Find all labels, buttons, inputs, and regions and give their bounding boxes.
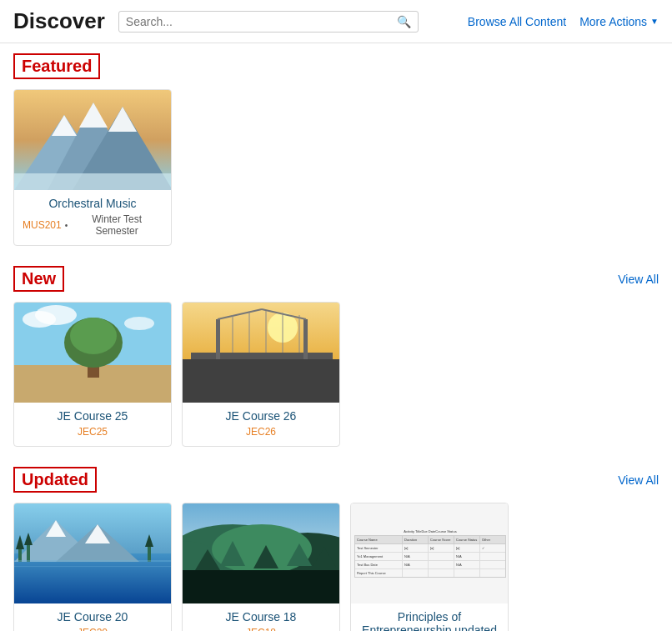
updated-section: Updated View All <box>13 467 659 631</box>
chevron-down-icon: ▼ <box>650 17 659 26</box>
card-image-principles: Activity TitleDue DateCourse Status Cour… <box>351 503 509 603</box>
card-semester-orchestral-music: Winter Test Semester <box>71 213 163 237</box>
card-title-orchestral-music: Orchestral Music <box>23 197 163 210</box>
card-je-course-25[interactable]: JE Course 25 JEC25 <box>13 302 172 447</box>
svg-rect-37 <box>27 543 30 562</box>
card-image-je18 <box>183 503 340 603</box>
featured-section-header: Featured <box>13 53 659 79</box>
lake-image <box>14 503 172 603</box>
card-code-je25: JEC25 <box>78 426 108 438</box>
search-input[interactable] <box>126 15 397 28</box>
card-je-course-20[interactable]: JE Course 20 JEC20 <box>13 503 172 631</box>
card-info-je18: JE Course 18 JEC18 <box>183 603 339 631</box>
updated-cards-row: JE Course 20 JEC20 <box>13 503 659 631</box>
featured-title: Featured <box>13 53 100 79</box>
card-title-je18: JE Course 18 <box>191 610 331 623</box>
card-image-orchestral-music <box>14 90 172 190</box>
search-bar[interactable]: 🔍 <box>118 11 419 33</box>
meta-dot: • <box>65 221 68 230</box>
svg-rect-7 <box>14 173 172 190</box>
card-info-je20: JE Course 20 JEC20 <box>14 603 171 631</box>
card-code-je20: JEC20 <box>78 627 108 631</box>
main-content: Featured <box>0 43 672 631</box>
svg-rect-41 <box>14 560 172 562</box>
card-code-je18: JEC18 <box>246 627 276 631</box>
svg-point-12 <box>70 318 117 354</box>
card-orchestral-music[interactable]: Orchestral Music MUS201 • Winter Test Se… <box>13 89 172 246</box>
bridge-image <box>183 303 340 403</box>
card-code-orchestral-music: MUS201 <box>23 219 62 231</box>
featured-cards-row: Orchestral Music MUS201 • Winter Test Se… <box>13 89 659 246</box>
card-meta-je18: JEC18 <box>191 627 331 631</box>
svg-rect-20 <box>303 319 308 359</box>
card-meta-je26: JEC26 <box>191 426 331 438</box>
card-je-course-26[interactable]: JE Course 26 JEC26 <box>182 302 340 447</box>
card-info-je26: JE Course 26 JEC26 <box>183 403 339 446</box>
new-cards-row: JE Course 25 JEC25 <box>13 302 659 447</box>
page-header: Discover 🔍 Browse All Content More Actio… <box>0 0 672 43</box>
tree-image <box>14 303 172 403</box>
search-icon: 🔍 <box>397 15 411 28</box>
svg-rect-18 <box>191 353 333 359</box>
card-je-course-18[interactable]: JE Course 18 JEC18 <box>182 503 340 631</box>
updated-view-all-link[interactable]: View All <box>618 473 659 487</box>
card-title-je25: JE Course 25 <box>23 409 163 423</box>
svg-point-15 <box>124 317 154 330</box>
svg-rect-39 <box>148 545 151 562</box>
svg-rect-19 <box>216 319 220 359</box>
card-meta-je20: JEC20 <box>23 627 163 631</box>
svg-point-14 <box>35 305 77 325</box>
svg-rect-42 <box>14 566 172 567</box>
card-info-je25: JE Course 25 JEC25 <box>14 403 171 446</box>
card-principles-entrepreneurship[interactable]: Activity TitleDue DateCourse Status Cour… <box>350 503 509 631</box>
new-section: New View All <box>13 266 659 447</box>
more-actions-button[interactable]: More Actions ▼ <box>579 15 659 28</box>
updated-title: Updated <box>13 467 97 493</box>
card-info-orchestral-music: Orchestral Music MUS201 • Winter Test Se… <box>14 190 171 245</box>
new-section-header: New View All <box>13 266 659 292</box>
card-title-principles: Principles of Entrepreneurship updated <box>359 610 499 631</box>
card-code-je26: JEC26 <box>246 426 276 438</box>
new-title: New <box>13 266 64 292</box>
card-image-je26 <box>183 303 340 403</box>
svg-rect-28 <box>183 359 340 403</box>
card-meta-orchestral-music: MUS201 • Winter Test Semester <box>23 213 163 237</box>
card-title-je26: JE Course 26 <box>191 409 331 423</box>
card-info-principles: Principles of Entrepreneurship updated A… <box>351 603 508 631</box>
card-meta-je25: JEC25 <box>23 426 163 438</box>
mountain-image <box>14 90 172 190</box>
page-title: Discover <box>13 8 105 34</box>
table-screenshot: Activity TitleDue DateCourse Status Cour… <box>351 503 509 603</box>
new-view-all-link[interactable]: View All <box>618 273 659 286</box>
card-title-je20: JE Course 20 <box>23 610 163 623</box>
card-image-je20 <box>14 503 172 603</box>
updated-section-header: Updated View All <box>13 467 659 493</box>
forest-image <box>183 503 340 603</box>
featured-section: Featured <box>13 53 659 246</box>
svg-rect-53 <box>183 570 340 603</box>
card-image-je25 <box>14 303 172 403</box>
browse-all-link[interactable]: Browse All Content <box>468 15 566 28</box>
header-links: Browse All Content More Actions ▼ <box>468 15 659 28</box>
